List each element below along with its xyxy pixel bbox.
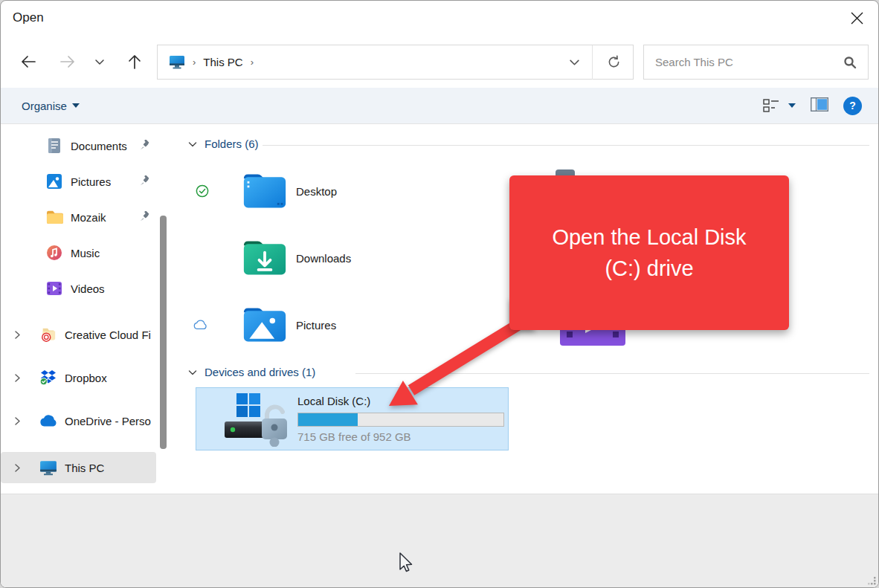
address-dropdown-button[interactable] <box>558 56 590 68</box>
onedrive-icon <box>39 412 57 430</box>
sidebar-item-videos[interactable]: Videos <box>1 273 156 304</box>
organise-button[interactable]: Organise <box>22 100 80 112</box>
music-icon <box>45 244 63 262</box>
pictures-icon <box>45 172 63 190</box>
devices-section-header[interactable]: Devices and drives (1) <box>187 366 315 378</box>
this-pc-icon <box>169 55 185 69</box>
pin-icon <box>139 175 150 189</box>
folder-icon <box>45 208 63 226</box>
section-divider <box>263 145 869 146</box>
drive-tile-local-disk-c[interactable]: Local Disk (C:) 715 GB free of 952 GB <box>196 387 509 450</box>
sidebar-item-label: Videos <box>71 282 105 295</box>
pictures-folder-icon <box>242 305 287 345</box>
search-icon[interactable] <box>843 56 857 69</box>
sidebar-item-label: Creative Cloud Fi <box>65 329 151 341</box>
organise-label: Organise <box>22 100 67 112</box>
dropbox-icon <box>39 369 57 387</box>
sidebar-item-creative-cloud[interactable]: Creative Cloud Fi <box>1 319 156 350</box>
sidebar-item-music[interactable]: Music <box>1 237 156 268</box>
sidebar-item-pictures[interactable]: Pictures <box>1 166 156 197</box>
item-label: Downloads <box>296 252 351 265</box>
sidebar-item-documents[interactable]: Documents <box>1 130 156 161</box>
folders-section-header[interactable]: Folders (6) <box>187 138 259 150</box>
pin-icon <box>139 211 150 224</box>
sidebar-item-label: This PC <box>65 462 104 474</box>
sidebar-item-onedrive[interactable]: OneDrive - Perso <box>1 405 156 436</box>
cloud-status-icon <box>193 318 207 332</box>
sidebar-item-label: Music <box>71 247 100 259</box>
search-box <box>643 45 869 80</box>
collapse-chevron-icon <box>187 139 198 149</box>
folder-tile-desktop[interactable]: Desktop <box>242 169 337 213</box>
help-glyph: ? <box>849 100 856 112</box>
sidebar-item-this-pc[interactable]: This PC <box>1 452 156 483</box>
breadcrumb-separator-icon: › <box>185 56 203 68</box>
drive-usage-fill <box>298 413 358 426</box>
up-arrow-icon <box>126 53 144 71</box>
expand-chevron-icon[interactable] <box>13 463 23 473</box>
open-dialog-window: Open › This PC <box>0 0 879 588</box>
sidebar-item-mozaik[interactable]: Mozaik <box>1 201 156 233</box>
recent-locations-button[interactable] <box>88 50 112 74</box>
dialog-title: Open <box>13 10 44 25</box>
annotation-text-line2: (C:) drive <box>605 253 693 284</box>
up-button[interactable] <box>123 50 146 74</box>
expand-chevron-icon[interactable] <box>13 330 23 340</box>
close-icon <box>851 12 863 25</box>
sidebar-item-label: Documents <box>71 140 127 152</box>
resize-grip[interactable] <box>866 575 877 586</box>
divider <box>592 45 593 80</box>
item-label: Pictures <box>296 319 336 332</box>
local-disk-icon <box>223 392 294 447</box>
documents-icon <box>45 137 63 155</box>
forward-button[interactable] <box>56 50 80 74</box>
drive-usage-bar <box>297 413 504 427</box>
breadcrumb-separator-icon: › <box>243 56 261 68</box>
item-label: Desktop <box>296 185 337 198</box>
section-label: Folders (6) <box>205 138 259 150</box>
expand-chevron-icon[interactable] <box>13 373 23 383</box>
folder-tile-pictures[interactable]: Pictures <box>242 303 336 346</box>
address-bar[interactable]: › This PC › <box>157 45 634 80</box>
help-button[interactable]: ? <box>843 97 862 115</box>
view-mode-button[interactable] <box>763 98 796 113</box>
collapse-chevron-icon <box>187 367 198 378</box>
caret-down-icon <box>788 103 796 108</box>
dialog-footer: File name: All files Add Cancel <box>1 494 879 588</box>
videos-icon <box>45 280 63 297</box>
film-hole <box>613 332 619 337</box>
folder-tile-downloads[interactable]: Downloads <box>242 236 351 280</box>
chevron-down-icon <box>569 56 580 68</box>
drive-name: Local Disk (C:) <box>297 395 370 407</box>
caret-down-icon <box>72 103 80 108</box>
sidebar-item-label: Pictures <box>71 175 111 188</box>
sidebar-scrollbar-thumb[interactable] <box>160 216 167 449</box>
drive-free-space: 715 GB free of 952 GB <box>297 430 411 443</box>
breadcrumb-this-pc[interactable]: This PC <box>203 56 242 68</box>
preview-pane-button[interactable] <box>811 97 828 114</box>
creative-cloud-folder-icon <box>39 326 57 343</box>
annotation-text-line1: Open the Local Disk <box>552 222 746 253</box>
this-pc-icon <box>39 459 57 476</box>
film-hole <box>567 332 573 337</box>
view-list-icon <box>763 98 779 113</box>
command-bar: Organise ? <box>1 88 879 124</box>
chevron-down-icon <box>94 56 105 67</box>
refresh-button[interactable] <box>594 55 633 69</box>
back-button[interactable] <box>16 50 40 74</box>
close-button[interactable] <box>846 7 868 28</box>
sidebar-item-label: OneDrive - Perso <box>65 415 151 427</box>
pin-icon <box>139 140 150 153</box>
expand-chevron-icon[interactable] <box>13 416 23 426</box>
search-input[interactable] <box>644 56 843 68</box>
refresh-icon <box>607 55 621 69</box>
sidebar-item-label: Dropbox <box>65 372 107 384</box>
annotation-callout: Open the Local Disk (C:) drive <box>509 175 789 330</box>
desktop-folder-icon <box>242 171 287 211</box>
downloads-folder-icon <box>242 238 287 278</box>
sidebar-item-label: Mozaik <box>71 211 106 224</box>
forward-icon <box>59 53 77 71</box>
section-label: Devices and drives (1) <box>205 366 315 378</box>
section-divider <box>355 373 869 374</box>
sidebar-item-dropbox[interactable]: Dropbox <box>1 362 156 393</box>
